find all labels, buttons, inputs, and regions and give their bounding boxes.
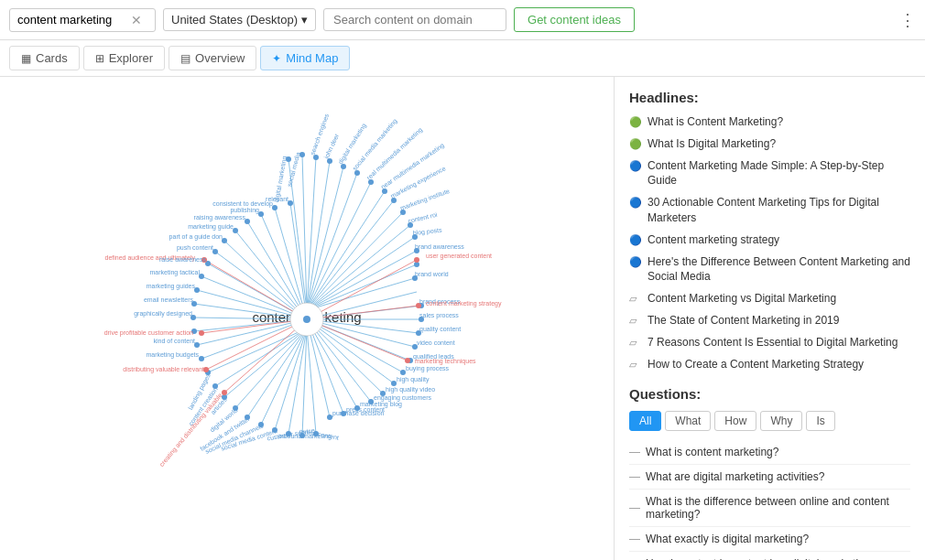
svg-text:relevant: relevant (266, 196, 288, 202)
questions-section: Questions: AllWhatHowWhyIs —What is cont… (629, 386, 910, 560)
question-item[interactable]: —What are digital marketing activities? (629, 465, 910, 490)
headline-icon: 🔵 (629, 159, 642, 172)
question-item[interactable]: —What is content marketing? (629, 440, 910, 465)
headline-icon: 🟢 (629, 137, 642, 150)
svg-text:push content: push content (177, 244, 213, 252)
headline-item[interactable]: ▱ Content Marketing vs Digital Marketing (629, 291, 910, 307)
overview-icon: ▤ (180, 52, 190, 65)
question-text: What is content marketing? (646, 446, 778, 458)
tab-overview-label: Overview (195, 51, 245, 65)
chevron-down-icon: ▾ (301, 13, 308, 27)
headline-icon: ▱ (629, 336, 642, 349)
question-item[interactable]: —How important is content in a digital m… (629, 552, 910, 560)
svg-text:marketing budgets: marketing budgets (146, 351, 199, 359)
svg-point-118 (199, 330, 204, 336)
mindmap-icon: ✦ (272, 52, 281, 65)
svg-point-99 (199, 356, 204, 361)
svg-text:drive profitable customer acti: drive profitable customer action (104, 329, 193, 337)
svg-point-116 (405, 358, 410, 363)
headline-icon: 🔵 (629, 233, 642, 246)
headline-icon: ▱ (629, 314, 642, 327)
keyword-input-wrapper[interactable]: ✕ (9, 8, 156, 32)
question-dash: — (629, 501, 640, 514)
headline-text: 7 Reasons Content Is Essential to Digita… (648, 335, 898, 350)
svg-text:marketing guide: marketing guide (188, 223, 234, 231)
svg-text:raise awareness: raise awareness (159, 256, 206, 263)
mindmap-area[interactable]: content marketing (0, 77, 614, 560)
domain-search-input[interactable] (323, 8, 506, 31)
filter-button-is[interactable]: Is (806, 411, 834, 431)
headline-item[interactable]: ▱ 7 Reasons Content Is Essential to Digi… (629, 335, 910, 350)
questions-title: Questions: (629, 386, 910, 402)
headline-text: How to Create a Content Marketing Strate… (648, 357, 864, 372)
question-dash: — (629, 470, 640, 483)
svg-text:high quality: high quality (397, 376, 430, 383)
filter-button-why[interactable]: Why (760, 411, 802, 431)
tab-cards[interactable]: ▦ Cards (9, 46, 80, 70)
headline-item[interactable]: 🔵 Content marketing strategy (629, 232, 910, 248)
svg-text:purchase decision: purchase decision (332, 410, 385, 417)
filter-button-all[interactable]: All (629, 411, 661, 431)
headline-text: 30 Actionable Content Marketing Tips for… (648, 195, 910, 226)
tab-mindmap[interactable]: ✦ Mind Map (260, 46, 350, 70)
svg-text:buying process: buying process (406, 365, 450, 372)
question-text: What exactly is digital marketing? (646, 533, 809, 545)
close-keyword-icon[interactable]: ✕ (131, 13, 142, 27)
svg-text:part of a guide don: part of a guide don (169, 233, 223, 241)
svg-text:distributing valuable relevant: distributing valuable relevant (123, 366, 204, 373)
svg-text:high quality video: high quality video (386, 386, 435, 393)
headline-text: Content Marketing vs Digital Marketing (648, 291, 836, 307)
headline-item[interactable]: 🔵 30 Actionable Content Marketing Tips f… (629, 195, 910, 226)
tabs-bar: ▦ Cards ⊞ Explorer ▤ Overview ✦ Mind Map (0, 40, 925, 77)
headline-text: What Is Digital Marketing? (648, 136, 776, 152)
menu-icon[interactable]: ⋮ (899, 10, 916, 30)
svg-point-178 (303, 316, 310, 323)
headline-icon: 🔵 (629, 255, 642, 268)
svg-text:brand world: brand world (415, 271, 449, 277)
questions-list: —What is content marketing?—What are dig… (629, 440, 910, 560)
svg-text:user generated content: user generated content (426, 253, 492, 260)
question-dash: — (629, 446, 640, 458)
question-item[interactable]: —What is the difference between online a… (629, 490, 910, 527)
headline-item[interactable]: 🟢 What is Content Marketing? (629, 114, 910, 130)
filter-button-how[interactable]: How (714, 411, 756, 431)
keyword-input[interactable] (17, 13, 127, 27)
cards-icon: ▦ (21, 52, 31, 65)
headline-icon: 🟢 (629, 115, 642, 128)
headline-item[interactable]: ▱ How to Create a Content Marketing Stra… (629, 357, 910, 372)
right-panel: Headlines: 🟢 What is Content Marketing? … (614, 77, 925, 560)
tab-explorer-label: Explorer (109, 51, 153, 65)
filter-button-what[interactable]: What (665, 411, 711, 431)
question-text: What is the difference between online an… (646, 495, 910, 521)
headline-item[interactable]: 🔵 Content Marketing Made Simple: A Step-… (629, 158, 910, 189)
svg-text:email newsletters: email newsletters (144, 296, 194, 303)
mindmap-svg: content marketing (0, 77, 614, 560)
tab-explorer[interactable]: ⊞ Explorer (83, 46, 165, 70)
svg-text:publishing: publishing (230, 207, 259, 214)
headlines-list: 🟢 What is Content Marketing? 🟢 What Is D… (629, 114, 910, 372)
question-dash: — (629, 533, 640, 545)
svg-text:raising awareness: raising awareness (194, 214, 246, 221)
tab-overview[interactable]: ▤ Overview (169, 46, 256, 70)
svg-text:content marketing strategy: content marketing strategy (426, 300, 502, 307)
svg-text:brand awareness: brand awareness (415, 243, 464, 250)
svg-point-114 (414, 257, 419, 263)
svg-text:marketing techniques: marketing techniques (415, 358, 476, 365)
headline-text: Content Marketing Made Simple: A Step-by… (648, 158, 910, 189)
headline-icon: ▱ (629, 292, 642, 305)
headline-item[interactable]: 🟢 What Is Digital Marketing? (629, 136, 910, 152)
svg-text:quality content: quality content (419, 326, 461, 333)
get-ideas-button[interactable]: Get content ideas (514, 7, 635, 32)
svg-text:marketing guides: marketing guides (147, 283, 196, 290)
headline-icon: 🔵 (629, 196, 642, 209)
question-item[interactable]: —What exactly is digital marketing? (629, 527, 910, 552)
toolbar: ✕ United States (Desktop) ▾ Get content … (0, 0, 925, 40)
headline-item[interactable]: 🔵 Here's the Difference Between Content … (629, 254, 910, 285)
tab-cards-label: Cards (36, 51, 68, 65)
country-dropdown[interactable]: United States (Desktop) ▾ (163, 8, 316, 31)
country-label: United States (Desktop) (171, 13, 298, 27)
headline-text: What is Content Marketing? (648, 114, 783, 130)
headline-item[interactable]: ▱ The State of Content Marketing in 2019 (629, 313, 910, 328)
svg-text:graphically designed: graphically designed (134, 310, 192, 318)
headline-text: Here's the Difference Between Content Ma… (648, 254, 910, 285)
